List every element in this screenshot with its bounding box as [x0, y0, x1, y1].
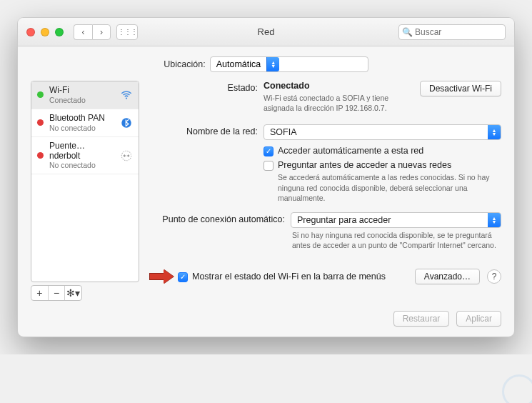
bottom-area: Mostrar el estado del Wi-Fi en la barra … — [149, 269, 501, 284]
preferences-window: ‹ › ⋮⋮⋮ Red 🔍 Ubicación: Automática ▲▼ — [17, 17, 515, 337]
help-button[interactable]: ? — [487, 269, 501, 284]
network-text: Wi-Fi Conectado — [49, 86, 114, 104]
traffic-lights — [26, 28, 64, 36]
network-status: No conectado — [49, 161, 114, 169]
content-area: Ubicación: Automática ▲▼ Wi-Fi Conectado — [18, 46, 514, 337]
forward-button[interactable]: › — [92, 24, 111, 40]
auto-join-label: Acceder automáticamente a esta red — [278, 146, 423, 156]
sidebar-footer: + − ✻▾ — [31, 285, 82, 301]
chevron-icon: ▲▼ — [266, 57, 279, 71]
maximize-button[interactable] — [55, 28, 64, 36]
svg-point-1 — [121, 118, 131, 128]
nav-buttons: ‹ › — [74, 24, 111, 40]
ask-new-row[interactable]: Preguntar antes de acceder a nuevas rede… — [264, 160, 501, 203]
ask-new-checkbox[interactable] — [264, 161, 273, 171]
titlebar: ‹ › ⋮⋮⋮ Red 🔍 — [18, 18, 514, 46]
svg-point-0 — [126, 97, 127, 99]
sidebar: Wi-Fi Conectado Bluetooth PAN No conecta… — [31, 81, 139, 301]
hotspot-select[interactable]: Preguntar para acceder ▲▼ — [291, 212, 501, 228]
bridge-icon — [120, 149, 133, 162]
location-row: Ubicación: Automática ▲▼ — [31, 56, 501, 72]
hotspot-hint: Si no hay ninguna red conocida disponibl… — [291, 230, 501, 250]
network-name-row: Nombre de la red: SOFIA ▲▼ Acceder autom… — [149, 124, 501, 207]
network-name: Puente…nderbolt — [49, 141, 114, 161]
svg-point-2 — [121, 151, 131, 161]
show-menubar-label: Mostrar el estado del Wi-Fi en la barra … — [192, 272, 386, 282]
status-dot — [37, 91, 44, 98]
annotation-arrow — [149, 270, 174, 283]
network-name-label: Nombre de la red: — [149, 124, 264, 207]
ask-new-hint: Se accederá automáticamente a las redes … — [278, 172, 501, 203]
columns: Wi-Fi Conectado Bluetooth PAN No conecta… — [31, 81, 501, 301]
network-item-bluetooth[interactable]: Bluetooth PAN No conectado — [31, 109, 139, 137]
remove-network-button[interactable]: − — [49, 286, 66, 300]
status-dot — [37, 152, 44, 159]
ask-new-label: Preguntar antes de acceder a nuevas rede… — [278, 160, 501, 170]
status-row: Estado: Conectado Wi-Fi está conectado a… — [149, 81, 501, 113]
search-icon: 🔍 — [402, 27, 413, 37]
network-text: Puente…nderbolt No conectado — [49, 141, 114, 170]
show-menubar-checkbox[interactable] — [178, 272, 188, 282]
advanced-button[interactable]: Avanzado… — [415, 269, 480, 284]
location-value: Automática — [211, 59, 267, 69]
network-item-wifi[interactable]: Wi-Fi Conectado — [31, 81, 139, 109]
back-button[interactable]: ‹ — [74, 24, 92, 40]
main-panel: Estado: Conectado Wi-Fi está conectado a… — [149, 81, 501, 301]
minimize-button[interactable] — [41, 28, 49, 36]
auto-join-row[interactable]: Acceder automáticamente a esta red — [264, 146, 501, 156]
network-list: Wi-Fi Conectado Bluetooth PAN No conecta… — [31, 81, 139, 282]
network-name-select[interactable]: SOFIA ▲▼ — [264, 124, 501, 140]
wifi-icon — [120, 89, 133, 101]
revert-button[interactable]: Restaurar — [393, 311, 450, 327]
hotspot-row: Punto de conexión automático: Preguntar … — [149, 212, 501, 250]
status-value: Conectado — [264, 81, 310, 91]
location-label: Ubicación: — [164, 59, 205, 69]
add-network-button[interactable]: + — [31, 286, 49, 300]
apply-button[interactable]: Aplicar — [456, 311, 501, 327]
network-name: Wi-Fi — [49, 86, 114, 96]
search-input[interactable] — [398, 24, 506, 40]
search-field-wrap: 🔍 — [398, 24, 506, 40]
chevron-icon: ▲▼ — [488, 125, 501, 139]
auto-join-checkbox[interactable] — [264, 146, 273, 156]
hotspot-value: Preguntar para acceder — [291, 215, 488, 225]
network-text: Bluetooth PAN No conectado — [49, 114, 114, 132]
network-status: Conectado — [49, 96, 114, 104]
show-all-button[interactable]: ⋮⋮⋮ — [116, 24, 138, 40]
wifi-toggle-button[interactable]: Desactivar Wi-Fi — [420, 81, 501, 96]
location-select[interactable]: Automática ▲▼ — [210, 56, 368, 72]
show-menubar-row[interactable]: Mostrar el estado del Wi-Fi en la barra … — [178, 272, 408, 282]
status-label: Estado: — [149, 81, 264, 113]
network-name: Bluetooth PAN — [49, 114, 114, 124]
network-actions-button[interactable]: ✻▾ — [65, 286, 81, 300]
bluetooth-icon — [120, 116, 133, 129]
hotspot-label: Punto de conexión automático: — [149, 212, 291, 250]
network-status: No conectado — [49, 124, 114, 132]
grid-icon: ⋮⋮⋮ — [118, 28, 137, 36]
chevron-icon: ▲▼ — [488, 213, 501, 227]
status-hint: Wi-Fi está conectado a SOFIA y tiene asi… — [264, 93, 411, 113]
network-item-bridge[interactable]: Puente…nderbolt No conectado — [31, 137, 139, 175]
close-button[interactable] — [26, 28, 35, 36]
status-value-col: Conectado Wi-Fi está conectado a SOFIA y… — [264, 81, 501, 113]
network-name-value: SOFIA — [264, 127, 488, 137]
footer-buttons: Restaurar Aplicar — [31, 311, 501, 327]
status-dot — [37, 119, 44, 126]
